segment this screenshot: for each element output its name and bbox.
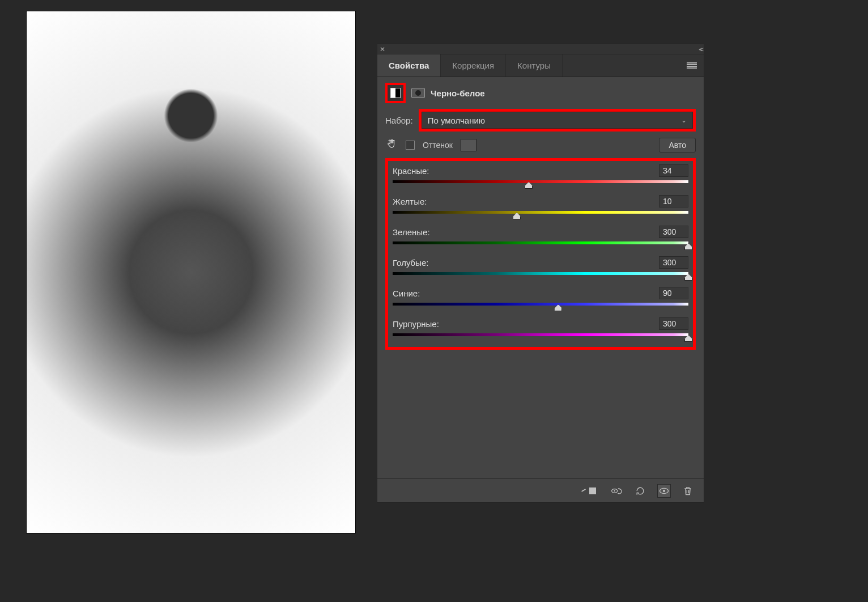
slider-track[interactable]	[393, 180, 688, 188]
gradient-bar	[393, 303, 688, 306]
view-previous-state-icon[interactable]	[610, 484, 623, 498]
panel-topbar: ✕ <<	[377, 44, 704, 54]
tint-label: Оттенок	[423, 141, 453, 150]
slider-value-input[interactable]: 300	[659, 256, 688, 269]
gradient-bar	[393, 272, 688, 275]
highlight-preset: По умолчанию ⌄	[419, 109, 696, 132]
tab-label: Коррекция	[452, 61, 494, 70]
highlight-sliders: Красные: 34 Желтые: 10	[385, 158, 696, 350]
tab-adjustments[interactable]: Коррекция	[441, 54, 506, 77]
slider-value-input[interactable]: 300	[659, 317, 688, 330]
tab-properties[interactable]: Свойства	[377, 54, 441, 77]
preset-select[interactable]: По умолчанию ⌄	[422, 112, 693, 129]
gradient-bar	[393, 211, 688, 214]
slider-label: Голубые:	[393, 258, 428, 268]
panel-menu-button[interactable]	[687, 54, 704, 77]
slider-label: Пурпурные:	[393, 319, 439, 329]
slider-magenta: Пурпурные: 300	[393, 317, 688, 341]
bw-adjustment-icon[interactable]	[388, 85, 403, 101]
canvas-image	[27, 11, 355, 533]
adjustment-header: Черно-белое	[385, 83, 696, 103]
preset-row: Набор: По умолчанию ⌄	[385, 109, 696, 132]
preset-label: Набор:	[385, 116, 413, 125]
tint-row: Оттенок Авто	[385, 137, 696, 152]
panel-body: Черно-белое Набор: По умолчанию ⌄ Оттено…	[377, 77, 704, 478]
adjustment-title: Черно-белое	[431, 88, 485, 98]
auto-button[interactable]: Авто	[659, 138, 696, 152]
highlight-adjustment-icon	[385, 83, 406, 103]
slider-red: Красные: 34	[393, 164, 688, 188]
preset-value: По умолчанию	[428, 116, 485, 125]
slider-value-input[interactable]: 34	[659, 164, 688, 177]
tab-label: Свойства	[389, 61, 429, 70]
menu-icon	[687, 62, 697, 69]
gradient-bar	[393, 241, 688, 244]
svg-point-1	[614, 490, 615, 491]
bw-portrait-image	[27, 11, 355, 533]
slider-track[interactable]	[393, 333, 688, 341]
visibility-toggle-icon[interactable]	[657, 484, 671, 498]
properties-panel: ✕ << Свойства Коррекция Контуры Черно-бе…	[377, 44, 704, 503]
slider-track[interactable]	[393, 211, 688, 219]
reset-icon[interactable]	[633, 484, 647, 498]
panel-footer	[377, 478, 704, 502]
slider-blue: Синие: 90	[393, 287, 688, 311]
slider-label: Желтые:	[393, 197, 427, 206]
slider-value-input[interactable]: 10	[659, 195, 688, 207]
slider-yellow: Желтые: 10	[393, 195, 688, 219]
slider-value-input[interactable]: 90	[659, 287, 688, 299]
gradient-bar	[393, 333, 688, 336]
svg-point-3	[663, 489, 665, 491]
slider-label: Синие:	[393, 289, 420, 298]
tint-checkbox[interactable]	[406, 141, 415, 150]
targeted-adjustment-tool-icon[interactable]	[385, 137, 398, 152]
slider-label: Красные:	[393, 166, 429, 176]
tab-label: Контуры	[517, 61, 551, 70]
slider-label: Зеленые:	[393, 227, 430, 237]
tint-color-swatch[interactable]	[461, 139, 476, 151]
delete-icon[interactable]	[681, 484, 695, 498]
slider-cyan: Голубые: 300	[393, 256, 688, 280]
close-icon[interactable]: ✕	[380, 45, 385, 53]
gradient-bar	[393, 180, 688, 183]
slider-track[interactable]	[393, 241, 688, 249]
slider-track[interactable]	[393, 272, 688, 280]
slider-value-input[interactable]: 300	[659, 226, 688, 238]
tab-paths[interactable]: Контуры	[506, 54, 563, 77]
clip-to-layer-icon[interactable]	[586, 484, 599, 498]
slider-green: Зеленые: 300	[393, 226, 688, 249]
collapse-icon[interactable]: <<	[699, 46, 701, 53]
tabbar: Свойства Коррекция Контуры	[377, 54, 704, 77]
layer-mask-icon[interactable]	[411, 88, 425, 98]
slider-track[interactable]	[393, 303, 688, 311]
chevron-down-icon: ⌄	[681, 116, 687, 124]
